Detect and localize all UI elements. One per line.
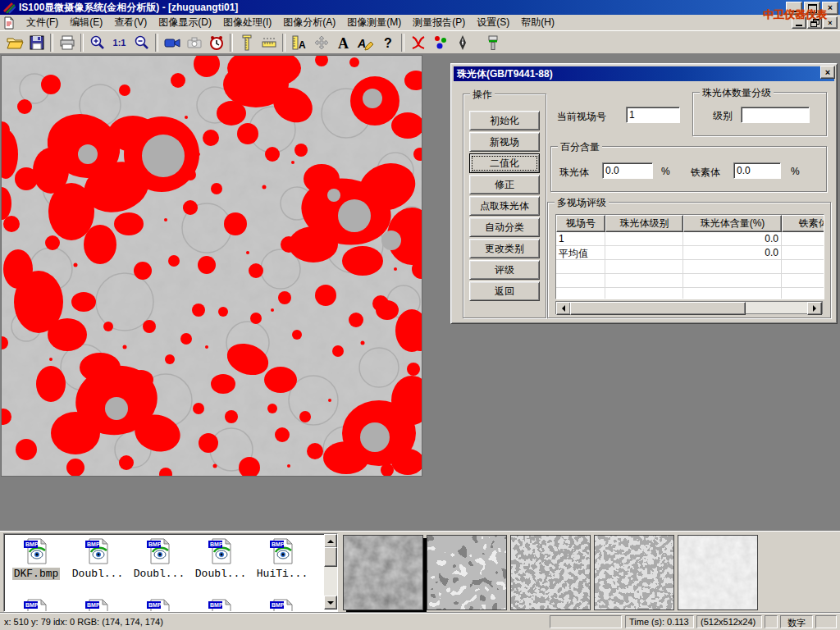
scrollbar-thumb[interactable] <box>570 302 746 315</box>
file-item[interactable]: BMP DKF.bmp <box>6 537 66 580</box>
scrollbar-thumb[interactable] <box>324 547 337 567</box>
zoom-out-button[interactable] <box>130 31 153 53</box>
save-button[interactable] <box>25 31 48 53</box>
scroll-up-button[interactable] <box>324 534 337 548</box>
auto-classify-button[interactable]: 自动分类 <box>469 217 540 237</box>
toolbar-separator <box>282 34 285 52</box>
bmp-file-icon: BMP <box>268 537 296 565</box>
init-button[interactable]: 初始化 <box>469 111 540 130</box>
svg-text:BMP: BMP <box>25 602 39 608</box>
menu-view[interactable]: 查看(V) <box>108 14 153 31</box>
annotate-button[interactable]: A <box>354 31 377 53</box>
svg-text:BMP: BMP <box>210 541 223 547</box>
video-capture-button[interactable] <box>161 31 183 53</box>
col-pearlite-grade[interactable]: 珠光体级别 <box>605 215 683 232</box>
classify-button[interactable] <box>429 31 451 53</box>
workspace: 珠光体(GB/T9441-88) × 操作 初始化 新视场 二值化 修正 点取珠… <box>0 54 840 531</box>
file-item-partial[interactable]: BMP <box>252 598 313 612</box>
still-camera-icon <box>185 34 203 52</box>
menu-image-measure[interactable]: 图像测量(M) <box>341 14 407 31</box>
curve-tool-button[interactable] <box>407 31 429 53</box>
file-item-partial[interactable]: BMP <box>190 598 251 612</box>
new-field-button[interactable]: 新视场 <box>469 132 540 152</box>
scroll-left-button[interactable] <box>556 302 571 315</box>
grade-input[interactable] <box>741 107 810 123</box>
menu-file[interactable]: 文件(F) <box>21 14 64 31</box>
menu-edit[interactable]: 编辑(E) <box>64 14 108 31</box>
cell-pearlite: 0.0 <box>683 232 782 245</box>
scale-label-button[interactable]: A <box>288 31 310 53</box>
caliper-measure-button[interactable] <box>235 31 258 53</box>
snapshot-button[interactable] <box>183 31 205 53</box>
file-name: HuiTi... <box>255 568 309 580</box>
document-icon[interactable] <box>2 16 16 30</box>
cursor-position-readout: x: 510 y: 79 idx: 0 RGB: (174, 174, 174) <box>4 617 163 627</box>
menu-measure-report[interactable]: 测量报告(P) <box>407 14 471 31</box>
ruler-measure-button[interactable] <box>258 31 280 53</box>
menu-image-display[interactable]: 图像显示(D) <box>153 14 217 31</box>
print-button[interactable] <box>56 31 78 53</box>
file-item-partial[interactable]: BMP <box>6 598 66 612</box>
col-pearlite-content[interactable]: 珠光体含量(%) <box>683 215 782 232</box>
table-horizontal-scrollbar[interactable] <box>555 301 823 314</box>
pick-pearlite-button[interactable]: 点取珠光体 <box>469 196 540 216</box>
col-field-number[interactable]: 视场号 <box>556 215 605 232</box>
file-item[interactable]: BMP Doubl... <box>129 537 189 580</box>
menu-image-process[interactable]: 图像处理(I) <box>217 14 277 31</box>
dialog-title-bar[interactable]: 珠光体(GB/T9441-88) <box>454 66 834 81</box>
file-item[interactable]: BMP Doubl... <box>67 537 128 580</box>
open-button[interactable] <box>3 31 25 53</box>
actual-size-icon: 1:1 <box>113 38 126 48</box>
zoom-in-button[interactable] <box>86 31 108 53</box>
percent-sign: % <box>661 166 670 177</box>
bmp-file-icon: BMP <box>145 598 173 612</box>
ruler-icon <box>260 34 278 52</box>
actual-size-button[interactable]: 1:1 <box>108 31 130 53</box>
table-row-empty <box>556 260 824 274</box>
help-button[interactable]: ? <box>377 31 399 53</box>
menu-settings[interactable]: 设置(S) <box>471 14 515 31</box>
text-tool-button[interactable]: A <box>332 31 354 53</box>
thumbnail-2[interactable] <box>427 535 507 610</box>
return-button[interactable]: 返回 <box>469 281 540 301</box>
pen-tool-button[interactable] <box>451 31 473 53</box>
rating-table: 视场号 珠光体级别 珠光体含量(%) 铁素体含量(%) 1 0.0 平均值 0.… <box>555 214 824 299</box>
timer-button[interactable] <box>205 31 227 53</box>
thumbnail-3[interactable] <box>510 535 591 610</box>
table-row[interactable]: 1 0.0 <box>556 232 824 246</box>
ferrite-percent-input[interactable]: 0.0 <box>733 162 781 179</box>
thumbnail-5[interactable] <box>678 535 758 610</box>
minimize-icon <box>796 25 802 26</box>
cell-field: 1 <box>556 232 605 245</box>
current-view-input[interactable]: 1 <box>626 107 680 123</box>
menu-image-analysis[interactable]: 图像分析(A) <box>277 14 341 31</box>
pan-button[interactable] <box>310 31 332 53</box>
thumbnail-4[interactable] <box>594 535 674 610</box>
flashlight-tool-button[interactable] <box>482 31 504 53</box>
file-item[interactable]: BMP Doubl... <box>190 537 251 580</box>
table-row[interactable]: 平均值 0.0 <box>556 246 824 260</box>
menu-help[interactable]: 帮助(H) <box>515 14 560 31</box>
file-item-partial[interactable]: BMP <box>129 598 189 612</box>
caliper-icon <box>238 34 256 52</box>
left-arrow-icon <box>559 305 565 312</box>
file-item-partial[interactable]: BMP <box>67 598 128 612</box>
grade-button[interactable]: 评级 <box>469 260 540 280</box>
file-item[interactable]: BMP HuiTi... <box>252 537 313 580</box>
file-list-scrollbar[interactable] <box>324 534 337 609</box>
curve-tool-icon <box>409 34 427 52</box>
table-row-empty <box>556 274 824 288</box>
scroll-right-button[interactable] <box>807 302 822 315</box>
toolbar: 1:1 A A A ? <box>0 30 840 54</box>
thumbnail-1[interactable] <box>343 535 423 610</box>
col-ferrite-content[interactable]: 铁素体含量(%) <box>782 215 824 232</box>
correct-button[interactable]: 修正 <box>469 175 540 194</box>
change-class-button[interactable]: 更改类别 <box>469 239 540 258</box>
scroll-down-button[interactable] <box>324 596 337 609</box>
text-icon: A <box>335 34 353 52</box>
binarize-button[interactable]: 二值化 <box>469 153 540 173</box>
pearlite-percent-input[interactable]: 0.0 <box>602 162 653 179</box>
micrograph-image[interactable] <box>2 56 422 476</box>
zoom-out-icon <box>133 34 151 52</box>
dialog-close-button[interactable]: × <box>820 66 835 79</box>
